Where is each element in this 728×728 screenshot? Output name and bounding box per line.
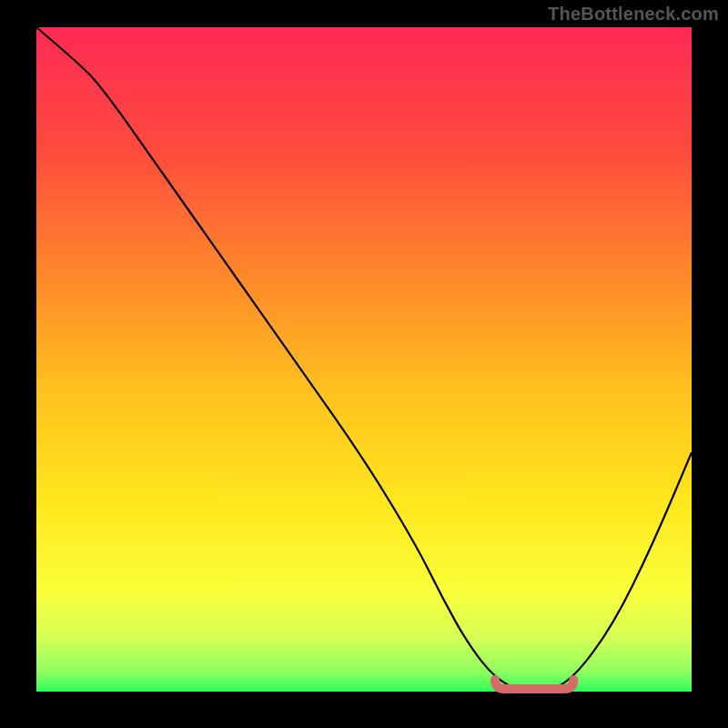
plot-background — [36, 27, 692, 692]
bottleneck-chart — [0, 0, 728, 728]
watermark-text: TheBottleneck.com — [548, 4, 719, 25]
